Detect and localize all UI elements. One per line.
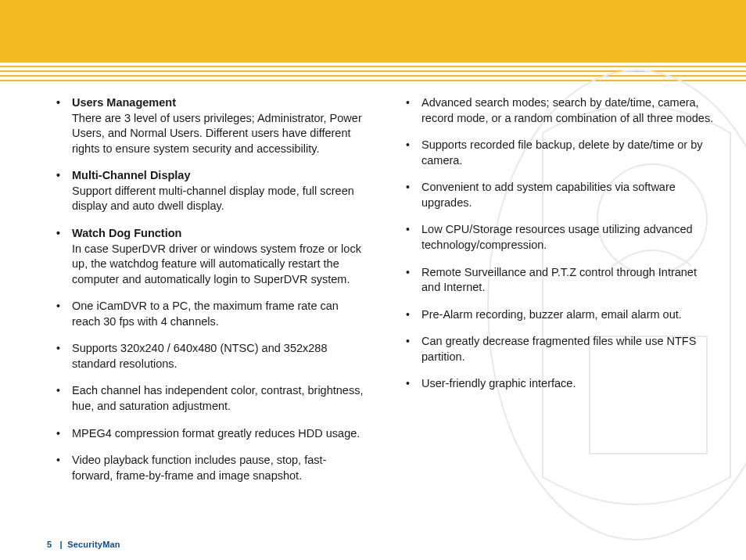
right-column: Advanced search modes; search by date/ti… xyxy=(396,95,715,495)
list-item: Supports recorded file backup, delete by… xyxy=(396,138,715,168)
list-item: Each channel has independent color, cont… xyxy=(47,383,365,414)
item-title: Watch Dog Function xyxy=(72,226,365,242)
item-body: Can greatly decrease fragmented files wh… xyxy=(421,334,715,364)
feature-list-left: Users ManagementThere are 3 level of use… xyxy=(47,95,365,483)
item-title: Users Management xyxy=(72,95,365,111)
item-body: Video playback function includes pause, … xyxy=(72,453,365,483)
item-body: Supports 320x240 / 640x480 (NTSC) and 35… xyxy=(72,341,365,372)
left-column: Users ManagementThere are 3 level of use… xyxy=(47,95,365,495)
list-item: Can greatly decrease fragmented files wh… xyxy=(396,334,715,364)
item-body: There are 3 level of users privileges; A… xyxy=(72,111,365,157)
item-body: User-friendly graphic interface. xyxy=(421,376,715,392)
item-body: Each channel has independent color, cont… xyxy=(72,383,365,414)
item-body: One iCamDVR to a PC, the maximum frame r… xyxy=(72,299,365,329)
footer-brand: SecurityMan xyxy=(67,540,120,549)
list-item: User-friendly graphic interface. xyxy=(396,376,715,392)
list-item: Watch Dog FunctionIn case SuperDVR drive… xyxy=(47,226,365,287)
list-item: Advanced search modes; search by date/ti… xyxy=(396,95,715,126)
header-stripes xyxy=(0,66,746,81)
list-item: Multi-Channel DisplaySupport different m… xyxy=(47,168,365,214)
page-footer: 5 | SecurityMan xyxy=(47,540,120,549)
content-area: Users ManagementThere are 3 level of use… xyxy=(0,81,746,495)
item-body: Advanced search modes; search by date/ti… xyxy=(421,95,715,126)
list-item: Remote Surveillance and P.T.Z control th… xyxy=(396,265,715,296)
item-body: In case SuperDVR driver or windows syste… xyxy=(72,242,365,288)
page-number: 5 xyxy=(47,540,52,549)
list-item: Low CPU/Storage resources usage utilizin… xyxy=(396,222,715,253)
list-item: Users ManagementThere are 3 level of use… xyxy=(47,95,365,156)
header-band xyxy=(0,0,746,63)
list-item: Convenient to add system capabilities vi… xyxy=(396,180,715,210)
feature-list-right: Advanced search modes; search by date/ti… xyxy=(396,95,715,392)
footer-separator: | xyxy=(60,540,63,549)
item-body: MPEG4 compression format greatly reduces… xyxy=(72,426,365,442)
item-body: Low CPU/Storage resources usage utilizin… xyxy=(421,222,715,253)
item-body: Supports recorded file backup, delete by… xyxy=(421,138,715,168)
list-item: One iCamDVR to a PC, the maximum frame r… xyxy=(47,299,365,329)
item-body: Pre-Alarm recording, buzzer alarm, email… xyxy=(421,307,715,323)
list-item: Pre-Alarm recording, buzzer alarm, email… xyxy=(396,307,715,323)
list-item: MPEG4 compression format greatly reduces… xyxy=(47,426,365,442)
item-title: Multi-Channel Display xyxy=(72,168,365,184)
item-body: Remote Surveillance and P.T.Z control th… xyxy=(421,265,715,296)
list-item: Supports 320x240 / 640x480 (NTSC) and 35… xyxy=(47,341,365,372)
item-body: Support different multi-channel display … xyxy=(72,184,365,214)
list-item: Video playback function includes pause, … xyxy=(47,453,365,483)
item-body: Convenient to add system capabilities vi… xyxy=(421,180,715,210)
